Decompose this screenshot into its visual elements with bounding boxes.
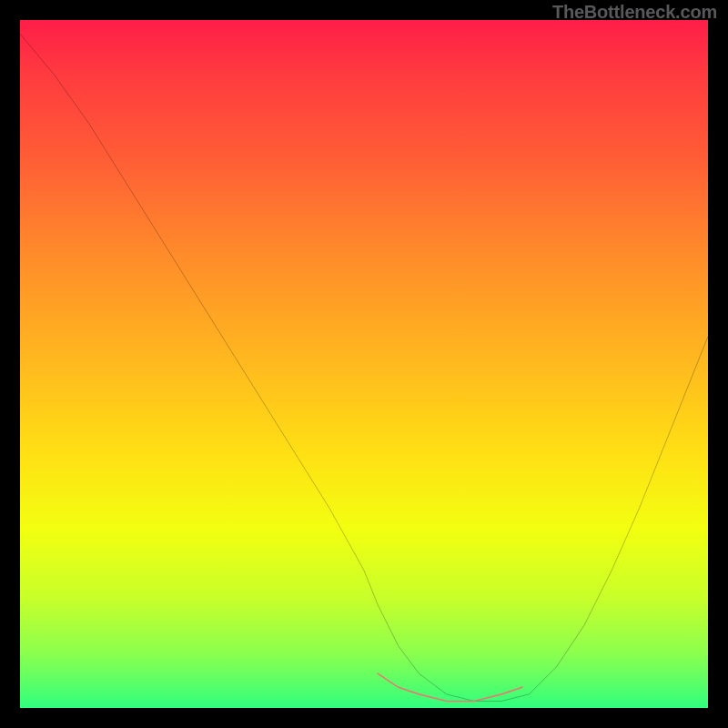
chart-container: TheBottleneck.com	[0, 0, 728, 728]
bottleneck-curve	[20, 34, 708, 701]
chart-svg	[20, 20, 708, 708]
plot-area	[20, 20, 708, 708]
attribution-label: TheBottleneck.com	[552, 2, 717, 23]
optimal-band	[378, 673, 522, 701]
